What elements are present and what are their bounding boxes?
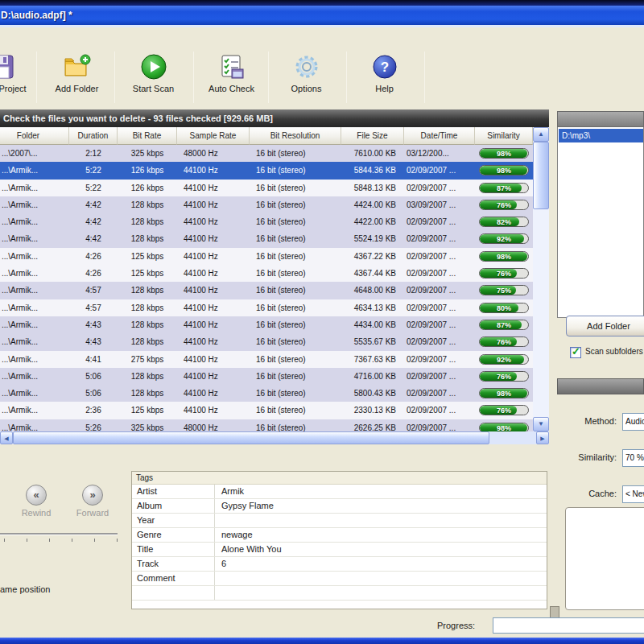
scan-subfolders-checkbox[interactable] bbox=[570, 347, 581, 358]
cell-bitrate: 325 kbps bbox=[118, 145, 177, 162]
horizontal-scroll-thumb[interactable] bbox=[13, 431, 489, 444]
column-header-sample-rate[interactable]: Sample Rate bbox=[177, 127, 250, 145]
scroll-down-button[interactable]: ▼ bbox=[533, 417, 549, 431]
table-row[interactable]: ...\2007\...2:12325 kbps48000 Hz16 bit (… bbox=[0, 145, 533, 162]
cache-dropdown[interactable]: < New > bbox=[622, 485, 644, 503]
toolbar-button-help[interactable]: ?Help bbox=[346, 50, 423, 103]
table-row[interactable]: ...\Armik...4:42128 kbps44100 Hz16 bit (… bbox=[0, 230, 533, 247]
cell-size: 4634.13 KB bbox=[341, 299, 404, 316]
column-header-label: Bit Resolution bbox=[270, 131, 320, 140]
table-row[interactable]: ...\Armik...4:43128 kbps44100 Hz16 bit (… bbox=[0, 316, 533, 333]
cell-samplerate: 44100 Hz bbox=[177, 196, 250, 213]
column-header-folder[interactable]: Folder bbox=[0, 127, 69, 145]
cell-size: 7367.63 KB bbox=[341, 351, 404, 368]
table-row[interactable]: ...\Armik...5:06128 kbps44100 Hz16 bit (… bbox=[0, 368, 533, 385]
cell-date: 02/09/2007 ... bbox=[404, 368, 475, 385]
cell-size: 4434.00 KB bbox=[341, 316, 404, 333]
toolbar: Save ProjectAdd FolderStart ScanAuto Che… bbox=[0, 50, 644, 106]
toolbar-button-save-project[interactable]: Save Project bbox=[0, 50, 39, 103]
table-row[interactable]: ...\Armik...4:41275 kbps44100 Hz16 bit (… bbox=[0, 351, 533, 368]
cell-bitres: 16 bit (stereo) bbox=[250, 230, 341, 247]
scan-status-text: Check the files you want to delete - 93 … bbox=[3, 114, 273, 123]
cell-bitrate: 128 kbps bbox=[118, 299, 177, 316]
column-header-bit-rate[interactable]: Bit Rate bbox=[118, 127, 177, 145]
cell-duration: 5:22 bbox=[69, 162, 118, 179]
table-row[interactable]: ...\Armik...5:06128 kbps44100 Hz16 bit (… bbox=[0, 385, 533, 402]
folder-list-item-selected[interactable]: D:\mp3\ bbox=[559, 129, 643, 142]
tag-row: Track6 bbox=[132, 557, 547, 572]
tag-label: Artist bbox=[132, 485, 214, 498]
add-folder-button[interactable]: Add Folder bbox=[566, 316, 644, 336]
column-header-date-time[interactable]: Date/Time bbox=[404, 127, 475, 145]
column-header-duration[interactable]: Duration bbox=[69, 127, 118, 145]
vertical-scrollbar[interactable]: ▲ ▼ bbox=[533, 127, 549, 431]
cell-similarity: 80% bbox=[475, 299, 533, 316]
tag-label bbox=[132, 586, 214, 600]
cell-samplerate: 44100 Hz bbox=[177, 299, 250, 316]
application-window: D:\audio.adpf] * Save ProjectAdd FolderS… bbox=[0, 0, 644, 644]
toolbar-button-add-folder[interactable]: Add Folder bbox=[39, 50, 115, 103]
playback-position-slider[interactable] bbox=[0, 533, 118, 535]
cell-size: 2330.13 KB bbox=[341, 402, 404, 419]
toolbar-button-options[interactable]: Options bbox=[268, 50, 345, 103]
cell-samplerate: 44100 Hz bbox=[177, 351, 250, 368]
toolbar-button-start-scan[interactable]: Start Scan bbox=[115, 50, 192, 103]
toolbar-button-auto-check[interactable]: Auto Check bbox=[193, 50, 270, 103]
table-row[interactable]: ...\Armik...5:26325 kbps48000 Hz16 bit (… bbox=[0, 419, 533, 431]
toolbar-button-label: Start Scan bbox=[115, 84, 192, 93]
cell-date: 02/09/2007 ... bbox=[404, 351, 475, 368]
table-row[interactable]: ...\Armik...4:43128 kbps44100 Hz16 bit (… bbox=[0, 333, 533, 350]
similarity-bar: 98% bbox=[479, 423, 529, 431]
table-row-selected[interactable]: ...\Armik...5:22126 kbps44100 Hz16 bit (… bbox=[0, 162, 533, 179]
table-row[interactable]: ...\Armik...2:36125 kbps44100 Hz16 bit (… bbox=[0, 402, 533, 419]
scroll-left-button[interactable]: ◀ bbox=[0, 431, 13, 444]
similarity-percentage: 82% bbox=[480, 217, 528, 227]
toolbar-separator bbox=[346, 52, 347, 103]
rewind-label: Rewind bbox=[12, 508, 60, 518]
tag-label: Track bbox=[132, 557, 214, 571]
cell-samplerate: 48000 Hz bbox=[177, 419, 250, 431]
column-header-bit-resolution[interactable]: Bit Resolution bbox=[250, 127, 341, 145]
scan-folder-list[interactable]: D:\mp3\ bbox=[557, 127, 644, 318]
cell-duration: 4:26 bbox=[69, 265, 118, 282]
tag-label: Title bbox=[132, 543, 214, 556]
table-row[interactable]: ...\Armik...5:22126 kbps44100 Hz16 bit (… bbox=[0, 180, 533, 196]
cell-similarity: 92% bbox=[475, 351, 533, 368]
forward-button[interactable]: » bbox=[82, 485, 103, 506]
tag-value: Gypsy Flame bbox=[214, 499, 547, 513]
cell-similarity: 76% bbox=[475, 196, 533, 213]
cell-similarity: 75% bbox=[475, 282, 533, 299]
cell-date: 02/09/2007 ... bbox=[404, 248, 475, 265]
method-dropdown[interactable]: Audio... bbox=[622, 413, 644, 431]
cell-similarity: 92% bbox=[475, 230, 533, 247]
cell-similarity: 87% bbox=[475, 316, 533, 333]
tag-row: AlbumGypsy Flame bbox=[132, 499, 547, 514]
similarity-percentage: 98% bbox=[480, 166, 528, 175]
table-row[interactable]: ...\Armik...4:26125 kbps44100 Hz16 bit (… bbox=[0, 248, 533, 265]
similarity-percentage: 92% bbox=[480, 234, 528, 244]
cell-bitres: 16 bit (stereo) bbox=[250, 265, 341, 282]
similarity-percentage: 76% bbox=[480, 269, 528, 279]
scan-status-header: Check the files you want to delete - 93 … bbox=[0, 109, 549, 127]
scroll-right-button[interactable]: ▶ bbox=[536, 431, 549, 444]
column-header-file-size[interactable]: File Size bbox=[341, 127, 404, 145]
table-row[interactable]: ...\Armik...4:42128 kbps44100 Hz16 bit (… bbox=[0, 196, 533, 213]
method-label: Method: bbox=[555, 416, 617, 426]
scroll-up-button[interactable]: ▲ bbox=[533, 127, 549, 142]
cell-samplerate: 48000 Hz bbox=[177, 145, 250, 162]
toolbar-button-label: Save Project bbox=[0, 84, 39, 93]
cell-size: 4422.00 KB bbox=[341, 213, 404, 230]
table-row[interactable]: ...\Armik...4:26125 kbps44100 Hz16 bit (… bbox=[0, 265, 533, 282]
rewind-button[interactable]: « bbox=[26, 485, 47, 506]
similarity-spinner[interactable]: 70 % bbox=[622, 449, 644, 467]
cell-date: 02/09/2007 ... bbox=[404, 213, 475, 230]
vertical-scroll-thumb[interactable] bbox=[533, 142, 549, 209]
cell-bitres: 16 bit (stereo) bbox=[250, 299, 341, 316]
cell-size: 5524.19 KB bbox=[341, 230, 404, 247]
table-row[interactable]: ...\Armik...4:42128 kbps44100 Hz16 bit (… bbox=[0, 213, 533, 230]
table-row[interactable]: ...\Armik...4:57128 kbps44100 Hz16 bit (… bbox=[0, 282, 533, 299]
horizontal-scrollbar[interactable]: ◀ ▶ bbox=[0, 431, 549, 444]
method-value: Audio... bbox=[625, 417, 644, 426]
column-header-similarity[interactable]: Similarity bbox=[475, 127, 533, 145]
table-row[interactable]: ...\Armik...4:57128 kbps44100 Hz16 bit (… bbox=[0, 299, 533, 316]
